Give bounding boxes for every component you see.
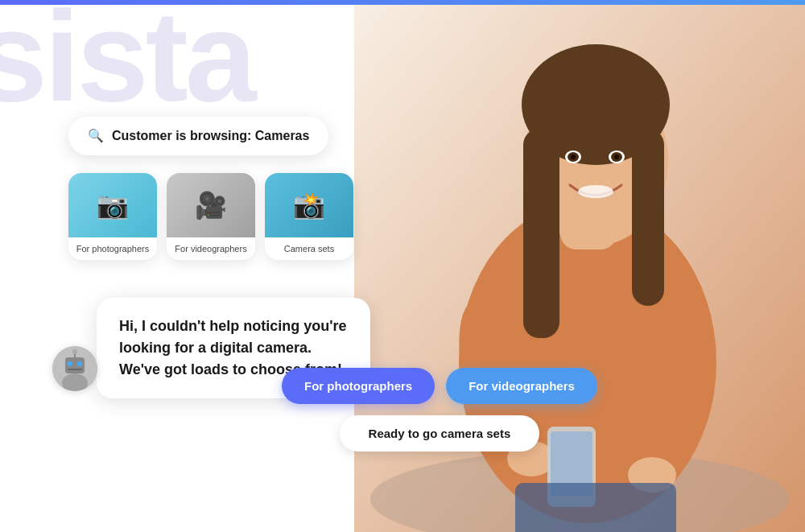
search-label: Customer is browsing: Cameras [112, 129, 309, 143]
svg-point-10 [571, 155, 576, 159]
category-card-videographers[interactable]: 🎥 For videographers [167, 173, 255, 260]
category-label-camera-sets: Camera sets [265, 237, 353, 260]
for-photographers-button[interactable]: For photographers [282, 368, 435, 404]
action-row-2: Ready to go camera sets [282, 415, 597, 452]
ready-to-go-camera-sets-button[interactable]: Ready to go camera sets [340, 415, 540, 452]
category-label-videographers: For videographers [167, 237, 255, 260]
svg-point-14 [578, 185, 613, 198]
svg-point-24 [68, 361, 72, 366]
action-row-1: For photographers For videographers [282, 368, 597, 404]
for-videographers-button[interactable]: For videographers [446, 368, 597, 404]
category-card-photographers[interactable]: 📷 For photographers [68, 173, 157, 260]
category-card-camera-sets[interactable]: 📸 Camera sets [265, 173, 353, 260]
videographer-icon: 🎥 [195, 192, 227, 218]
svg-rect-6 [523, 129, 559, 338]
svg-point-13 [614, 155, 619, 159]
ui-overlay: 🔍 Customer is browsing: Cameras 📷 For ph… [0, 0, 402, 532]
accent-line [0, 0, 805, 5]
svg-rect-26 [68, 369, 82, 370]
svg-rect-23 [65, 357, 85, 373]
category-img-videographers: 🎥 [167, 173, 255, 237]
ai-avatar [52, 346, 97, 391]
svg-rect-7 [632, 129, 664, 306]
svg-point-28 [72, 349, 77, 354]
search-card: 🔍 Customer is browsing: Cameras [68, 117, 328, 155]
search-icon: 🔍 [88, 128, 104, 144]
category-img-camera-sets: 📸 [265, 173, 353, 237]
photographer-icon: 📷 [97, 192, 129, 218]
action-buttons-container: For photographers For videographers Read… [282, 368, 597, 452]
category-label-photographers: For photographers [68, 237, 157, 260]
person-image [354, 0, 805, 532]
category-cards-container: 📷 For photographers 🎥 For videographers … [68, 173, 353, 260]
svg-rect-21 [515, 483, 676, 532]
category-img-photographers: 📷 [68, 173, 157, 237]
svg-point-25 [77, 361, 82, 366]
camera-sets-icon: 📸 [293, 192, 325, 218]
